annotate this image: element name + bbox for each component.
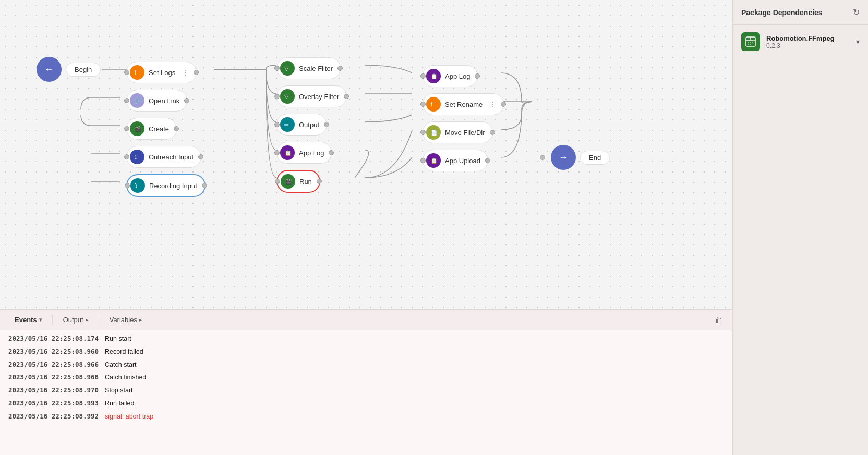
app-log-right-label: App Log [445,72,470,80]
overlay-filter-label: Overlay Filter [299,93,339,101]
sidebar-header: Package Dependencies ↻ [733,0,868,25]
app-log-mid-label: App Log [299,149,324,157]
app-log-mid-node[interactable]: 📋 App Log [276,142,332,164]
move-file-left-dot [420,130,426,135]
recording-input-node[interactable]: ⤵ Recording Input [126,174,206,197]
output-icon: ⇨ [280,117,295,132]
scale-filter-node[interactable]: ▽ Scale Filter [276,57,341,79]
recording-input-right-dot [202,183,207,188]
end-label: End [580,151,610,165]
app-log-right-left-dot [420,73,426,79]
log-timestamp: 2023/05/16 22:25:08.960 [8,347,99,357]
tab-events[interactable]: Events ▾ [6,312,50,328]
open-link-node[interactable]: 🔗 Open Link [126,90,187,112]
set-rename-more[interactable]: ⋮ [489,100,496,108]
refresh-button[interactable]: ↻ [853,7,860,17]
app-log-mid-pill: 📋 App Log [276,142,332,164]
app-upload-node[interactable]: 📋 App Upload [423,150,488,171]
app-upload-right-dot [485,158,490,163]
tab-separator-2 [99,315,99,325]
overlay-filter-right-dot [344,94,349,99]
set-rename-pill: f Set Rename ⋮ [423,93,504,115]
run-node[interactable]: 🎬 Run [276,170,320,193]
begin-node[interactable]: ← Begin [37,57,101,82]
svg-text:f: f [431,101,433,107]
output-label: Output [299,121,319,129]
clear-logs-button[interactable]: 🗑 [710,314,726,326]
open-link-left-dot [124,98,129,103]
log-content: 2023/05/16 22:25:08.174 Run start 2023/0… [0,330,732,455]
output-pill: ⇨ Output [276,114,327,136]
set-rename-node[interactable]: f Set Rename ⋮ [423,93,504,115]
app-log-right-node[interactable]: 📋 App Log [423,65,478,87]
workflow-canvas[interactable]: ← Begin f Set Logs ⋮ 🔗 Open Link [0,0,732,309]
package-item[interactable]: Robomotion.FFmpeg 0.2.3 ▾ [733,25,868,58]
open-link-pill: 🔗 Open Link [126,90,187,112]
outreach-input-node[interactable]: ⤵ Outreach Input [126,146,201,168]
log-timestamp: 2023/05/16 22:25:08.968 [8,373,99,383]
tab-output[interactable]: Output ▸ [55,312,97,328]
create-right-dot [174,126,179,131]
set-logs-node[interactable]: f Set Logs ⋮ [126,62,197,83]
log-message: Catch finished [105,373,146,383]
app-log-mid-right-dot [329,150,334,155]
set-logs-pill: f Set Logs ⋮ [126,62,197,83]
svg-text:▽: ▽ [284,93,289,100]
output-node[interactable]: ⇨ Output [276,114,327,136]
move-file-pill: 📄 Move File/Dir [423,121,493,143]
tab-events-arrow: ▾ [39,317,42,323]
create-icon: 🎬 [130,121,144,136]
overlay-filter-node[interactable]: ▽ Overlay Filter [276,85,347,107]
svg-text:⇨: ⇨ [284,121,289,128]
list-item: 2023/05/16 22:25:08.968 Catch finished [8,371,724,384]
outreach-input-left-dot [124,154,129,159]
tab-output-arrow: ▸ [86,317,88,323]
sidebar-title: Package Dependencies [741,8,823,17]
set-logs-label: Set Logs [149,69,175,77]
overlay-filter-left-dot [274,94,280,99]
recording-input-pill: ⤵ Recording Input [126,174,206,197]
app-log-mid-left-dot [274,150,280,155]
log-message: Run start [105,334,131,344]
scale-filter-left-dot [274,66,280,71]
create-node[interactable]: 🎬 Create [126,118,177,140]
package-icon [741,32,760,51]
set-logs-right-dot [194,70,199,75]
outreach-input-icon: ⤵ [130,150,144,164]
begin-label: Begin [66,63,101,77]
end-node[interactable]: → End [537,145,610,170]
main-area: ← Begin f Set Logs ⋮ 🔗 Open Link [0,0,732,455]
log-message-error: signal: abort trap [105,412,153,422]
tab-variables[interactable]: Variables ▸ [101,312,150,328]
set-logs-left-dot [124,70,129,75]
bottom-panel: Events ▾ Output ▸ Variables ▸ 🗑 2023/05/… [0,309,732,455]
create-pill: 🎬 Create [126,118,177,140]
set-logs-more[interactable]: ⋮ [182,68,189,77]
app-upload-pill: 📋 App Upload [423,150,488,171]
log-timestamp: 2023/05/16 22:25:08.174 [8,334,99,344]
svg-text:🎬: 🎬 [285,178,292,185]
package-info: Robomotion.FFmpeg 0.2.3 [766,34,850,50]
svg-text:⤵: ⤵ [135,182,138,189]
log-message: Run failed [105,399,134,409]
move-file-icon: 📄 [426,125,441,140]
package-name: Robomotion.FFmpeg [766,34,850,42]
output-right-dot [324,122,329,127]
tab-separator-1 [52,315,53,325]
set-rename-icon: f [426,97,441,112]
outreach-input-label: Outreach Input [149,153,194,161]
run-icon: 🎬 [281,174,295,189]
svg-text:📄: 📄 [431,129,437,136]
recording-input-left-dot [125,183,130,188]
set-logs-icon: f [130,65,144,80]
open-link-label: Open Link [149,97,179,105]
svg-text:📋: 📋 [285,150,291,156]
list-item: 2023/05/16 22:25:08.960 Record failed [8,346,724,359]
move-file-right-dot [490,130,495,135]
move-file-node[interactable]: 📄 Move File/Dir [423,121,493,143]
tab-variables-label: Variables [110,316,137,324]
begin-icon: ← [37,57,62,82]
app-upload-left-dot [420,158,426,163]
scale-filter-pill: ▽ Scale Filter [276,57,341,79]
chevron-down-icon: ▾ [856,38,860,46]
